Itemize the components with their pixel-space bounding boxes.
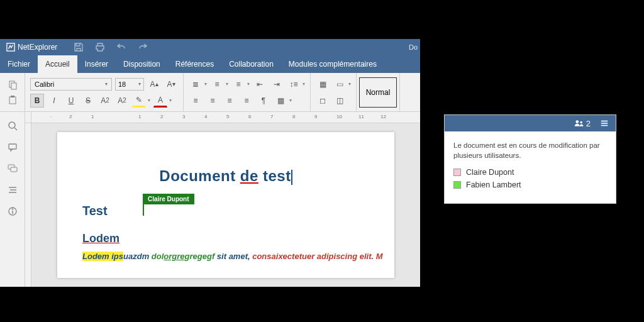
svg-point-15 (12, 209, 13, 210)
style-normal-label: Normal (366, 88, 391, 97)
font-name-select[interactable]: Calibri▾ (30, 78, 112, 91)
collaborator-caret (143, 204, 144, 216)
multilevel-button[interactable]: ≡ (231, 77, 245, 91)
collab-panel-header: 2 (445, 115, 616, 131)
redo-icon[interactable] (138, 42, 148, 52)
superscript-button[interactable]: A2 (98, 94, 112, 108)
comments-icon[interactable] (8, 142, 18, 152)
menu-file[interactable]: Fichier (0, 55, 38, 73)
style-normal[interactable]: Normal (359, 77, 397, 108)
grow-font-button[interactable]: A▴ (147, 77, 161, 91)
user-name: Claire Dupont (466, 168, 514, 177)
outdent-button[interactable]: ⇤ (253, 77, 267, 91)
ribbon-clipboard (0, 73, 25, 111)
highlight-button[interactable]: ✎ (132, 94, 146, 108)
align-right-button[interactable]: ≡ (223, 94, 236, 108)
shading-button[interactable]: ▦ (274, 94, 287, 108)
save-icon[interactable] (74, 42, 84, 52)
bold-button[interactable]: B (30, 94, 44, 108)
shrink-font-button[interactable]: A▾ (164, 77, 178, 91)
copy-icon[interactable] (8, 80, 18, 90)
app-name: NetExplorer (18, 43, 57, 52)
underline-button[interactable]: U (64, 94, 78, 108)
italic-button[interactable]: I (47, 94, 61, 108)
document-title[interactable]: Document de test (82, 167, 369, 185)
insert-image-icon[interactable]: ▭ (333, 77, 347, 91)
title-pre: Document (159, 167, 240, 184)
hamburger-icon[interactable] (599, 119, 609, 128)
nonprinting-button[interactable]: ¶ (257, 94, 270, 108)
chevron-down-icon[interactable]: ▾ (204, 81, 207, 87)
insert-chart-icon[interactable]: ◫ (333, 94, 347, 108)
insert-table-icon[interactable]: ▦ (316, 77, 330, 91)
print-icon[interactable] (95, 42, 105, 52)
svg-rect-9 (11, 167, 17, 172)
chevron-down-icon[interactable]: ▾ (348, 81, 351, 87)
ribbon-groups: Calibri▾ 18▾ A▴ A▾ B I U S A2 A2 ✎▾ A▾ (25, 73, 400, 111)
undo-icon[interactable] (116, 42, 126, 52)
menu-collaboration[interactable]: Collaboration (221, 55, 281, 73)
chevron-down-icon[interactable]: ▾ (169, 97, 172, 103)
search-icon[interactable] (8, 121, 18, 131)
document-title-partial: Do (409, 43, 420, 51)
ruler-tick: 2 (69, 114, 72, 119)
menu-home[interactable]: Accueil (38, 55, 77, 73)
chevron-down-icon[interactable]: ▾ (247, 81, 250, 87)
align-center-button[interactable]: ≡ (206, 94, 219, 108)
numbering-button[interactable]: ≡ (210, 77, 224, 91)
menu-layout[interactable]: Disposition (116, 55, 168, 73)
align-justify-button[interactable]: ≡ (240, 94, 253, 108)
font-name-value: Calibri (35, 80, 54, 88)
chevron-down-icon: ▾ (138, 81, 141, 87)
body-paragraph[interactable]: Lodem ipsuazdm dolorgregregegf sit amet,… (82, 252, 369, 261)
title-post: test (258, 167, 291, 184)
para-seg: consaixectetuer adipiscing elit. M (252, 252, 382, 261)
svg-rect-7 (9, 144, 16, 149)
font-size-select[interactable]: 18▾ (115, 78, 144, 91)
menu-references[interactable]: Références (168, 55, 221, 73)
svg-rect-2 (11, 83, 16, 89)
heading-test[interactable]: Test (82, 204, 369, 218)
font-size-value: 18 (118, 80, 126, 88)
para-seg: orgre (164, 252, 184, 261)
vertical-ruler[interactable] (25, 123, 31, 287)
ruler-tick: 5 (226, 114, 229, 119)
bullets-button[interactable]: ≣ (189, 77, 203, 91)
paste-icon[interactable] (8, 95, 18, 105)
ribbon-paragraph-group: ≣▾ ≡▾ ≡▾ ⇤ ⇥ ↕≡▾ ≡ ≡ ≡ ≡ ¶ ▦▾ (184, 73, 311, 111)
para-highlight: Lodem ips (82, 252, 123, 261)
insert-shape-icon[interactable]: ◻ (316, 94, 330, 108)
svg-line-6 (14, 128, 17, 130)
heading-lodem[interactable]: Lodem (82, 232, 369, 245)
info-icon[interactable] (8, 206, 18, 216)
titlebar-quick-actions (64, 42, 148, 52)
line-spacing-button[interactable]: ↕≡ (287, 77, 301, 91)
titlebar: NetExplorer Do (0, 39, 420, 55)
ruler-tick: 10 (336, 114, 342, 119)
align-left-button[interactable]: ≡ (189, 94, 203, 108)
collaborator-name-flag: Claire Dupont (143, 194, 194, 204)
chevron-down-icon[interactable]: ▾ (226, 81, 228, 87)
subscript-button[interactable]: A2 (115, 94, 129, 108)
document-area: · 2 1 1 2 3 4 5 6 7 8 9 10 11 12 (25, 112, 420, 287)
editor-window: NetExplorer Do Fichier Accueil Insérer D… (0, 39, 420, 287)
chevron-down-icon[interactable]: ▾ (303, 81, 305, 87)
collab-users-indicator[interactable]: 2 (574, 119, 591, 128)
chat-icon[interactable] (8, 164, 18, 174)
chevron-down-icon[interactable]: ▾ (148, 97, 150, 103)
user-color-swatch (453, 169, 461, 176)
collab-message: Le document est en cours de modification… (453, 140, 607, 160)
ruler-tick: 11 (358, 114, 364, 119)
navigation-icon[interactable] (8, 185, 18, 195)
indent-button[interactable]: ⇥ (270, 77, 284, 91)
text-caret (291, 170, 292, 185)
horizontal-ruler[interactable]: · 2 1 1 2 3 4 5 6 7 8 9 10 11 12 (31, 112, 420, 123)
menu-plugins[interactable]: Modules complémentaires (281, 55, 384, 73)
ribbon-styles-group: Normal (357, 73, 400, 111)
font-color-button[interactable]: A (153, 94, 167, 108)
menu-insert[interactable]: Insérer (77, 55, 116, 73)
chevron-down-icon[interactable]: ▾ (289, 97, 292, 103)
strike-button[interactable]: S (81, 94, 95, 108)
document-page[interactable]: Document de test Claire Dupont Test Lode… (57, 132, 394, 278)
svg-point-5 (9, 122, 15, 128)
